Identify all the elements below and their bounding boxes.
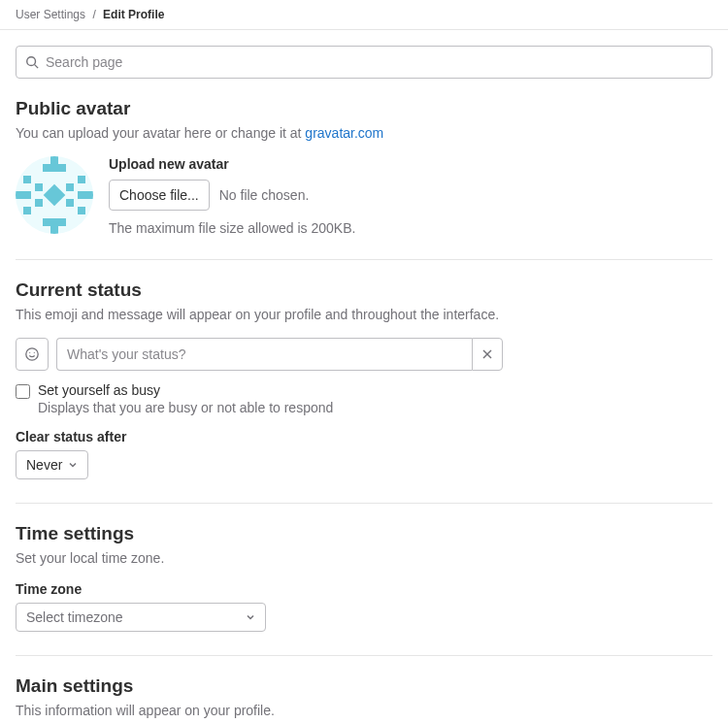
main-section-desc: This information will appear on your pro… [16,703,712,718]
svg-rect-14 [66,199,74,207]
status-section-desc: This emoji and message will appear on yo… [16,307,712,322]
avatar-image [16,156,93,234]
svg-rect-11 [78,191,93,199]
smile-icon [24,346,40,362]
clear-status-after-label: Clear status after [16,429,712,444]
svg-point-0 [27,57,36,66]
gravatar-link[interactable]: gravatar.com [305,125,383,141]
breadcrumb-parent[interactable]: User Settings [16,8,85,21]
divider [16,503,712,504]
busy-checkbox-help: Displays that you are busy or not able t… [38,400,333,415]
avatar-section-desc: You can upload your avatar here or chang… [16,125,712,141]
svg-rect-7 [78,176,85,183]
svg-rect-4 [50,156,58,164]
svg-rect-9 [66,183,74,191]
avatar-desc-prefix: You can upload your avatar here or chang… [16,125,305,141]
svg-rect-18 [50,226,58,234]
svg-rect-17 [43,218,66,226]
busy-checkbox[interactable] [16,384,30,399]
svg-point-21 [34,352,35,353]
upload-avatar-label: Upload new avatar [109,156,712,172]
breadcrumb: User Settings / Edit Profile [0,0,728,30]
busy-checkbox-label: Set yourself as busy [38,382,333,398]
search-icon [25,55,39,69]
svg-point-19 [26,348,38,360]
time-section-desc: Set your local time zone. [16,550,712,566]
timezone-select[interactable]: Select timezone [16,603,266,632]
svg-rect-16 [78,207,85,214]
main-section-title: Main settings [16,675,712,697]
close-icon [481,348,493,360]
chevron-down-icon [68,460,78,470]
svg-rect-13 [35,199,43,207]
breadcrumb-separator: / [92,8,95,21]
status-section-title: Current status [16,279,712,301]
emoji-picker-button[interactable] [16,338,49,371]
avatar-max-size-text: The maximum file size allowed is 200KB. [109,220,712,236]
svg-rect-6 [23,176,31,183]
svg-rect-15 [23,207,31,214]
svg-rect-10 [16,191,31,199]
choose-file-button[interactable]: Choose file... [109,180,210,211]
breadcrumb-current: Edit Profile [103,8,164,21]
divider [16,259,712,260]
svg-rect-5 [43,164,66,172]
file-chosen-status: No file chosen. [219,187,310,203]
clear-status-after-select[interactable]: Never [16,450,88,479]
timezone-label: Time zone [16,581,712,597]
chevron-down-icon [246,612,255,622]
svg-point-20 [29,352,30,353]
search-wrap [16,46,712,79]
timezone-placeholder: Select timezone [26,609,123,625]
svg-rect-8 [35,183,43,191]
avatar-section-title: Public avatar [16,98,712,119]
time-section-title: Time settings [16,523,712,544]
clear-status-button[interactable] [472,338,503,371]
status-message-input[interactable] [56,338,472,371]
svg-line-1 [35,65,39,69]
search-input[interactable] [16,46,712,79]
clear-status-after-value: Never [26,457,62,473]
divider [16,655,712,656]
